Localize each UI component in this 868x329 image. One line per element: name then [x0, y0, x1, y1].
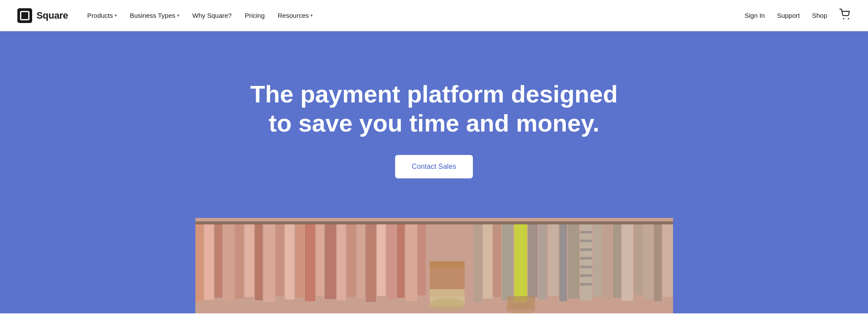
svg-rect-16	[305, 224, 315, 301]
clothing-rack-svg	[195, 218, 673, 313]
svg-rect-55	[663, 224, 673, 297]
svg-rect-13	[276, 224, 284, 296]
products-chevron-icon: ▾	[115, 13, 117, 18]
navbar-right: Sign In Support Shop	[745, 9, 851, 23]
svg-rect-52	[634, 224, 643, 295]
svg-rect-40	[580, 224, 592, 300]
svg-rect-11	[255, 224, 263, 300]
svg-rect-15	[295, 224, 304, 298]
svg-rect-36	[538, 224, 547, 299]
svg-rect-12	[264, 224, 275, 302]
svg-rect-51	[622, 224, 633, 301]
svg-rect-30	[473, 224, 482, 302]
svg-rect-32	[493, 224, 501, 297]
svg-rect-42	[580, 240, 592, 242]
logo-text: Square	[36, 10, 68, 21]
svg-rect-47	[580, 283, 592, 286]
svg-rect-59	[507, 296, 535, 309]
svg-rect-33	[502, 224, 513, 300]
svg-rect-14	[285, 224, 294, 299]
svg-rect-17	[316, 224, 324, 296]
square-logo-icon	[17, 8, 32, 23]
hero-title: The payment platform designed to save yo…	[250, 79, 617, 138]
nav-business-types-label: Business Types	[130, 12, 175, 19]
svg-rect-43	[580, 248, 592, 251]
nav-links: Products ▾ Business Types ▾ Why Square? …	[82, 8, 318, 23]
svg-point-2	[843, 18, 845, 19]
svg-rect-26	[406, 224, 417, 301]
svg-rect-8	[223, 224, 234, 301]
svg-rect-48	[593, 224, 602, 297]
svg-rect-7	[215, 224, 222, 298]
svg-point-57	[430, 298, 465, 311]
svg-rect-27	[418, 224, 426, 296]
cart-icon[interactable]	[839, 9, 851, 23]
svg-rect-6	[204, 224, 214, 300]
svg-rect-54	[654, 224, 662, 301]
shop-link[interactable]: Shop	[812, 12, 827, 19]
nav-item-products[interactable]: Products ▾	[82, 8, 122, 23]
rack-bar	[195, 221, 673, 224]
business-types-chevron-icon: ▾	[177, 13, 179, 18]
svg-rect-44	[580, 257, 592, 260]
svg-rect-41	[580, 231, 592, 234]
svg-rect-20	[347, 224, 356, 297]
svg-rect-37	[548, 224, 558, 296]
svg-rect-23	[377, 224, 386, 296]
nav-item-why-square[interactable]: Why Square?	[187, 8, 237, 23]
nav-item-business-types[interactable]: Business Types ▾	[125, 8, 185, 23]
logo[interactable]: Square	[17, 8, 68, 23]
svg-rect-45	[580, 266, 592, 268]
svg-rect-53	[644, 224, 653, 299]
nav-why-square-label: Why Square?	[192, 12, 232, 19]
svg-rect-39	[568, 224, 579, 299]
nav-resources-label: Resources	[278, 12, 309, 19]
nav-products-label: Products	[87, 12, 113, 19]
svg-rect-46	[580, 274, 592, 277]
svg-rect-50	[613, 224, 621, 298]
svg-rect-9	[235, 224, 244, 299]
svg-rect-18	[325, 224, 336, 299]
support-link[interactable]: Support	[777, 12, 800, 19]
navbar: Square Products ▾ Business Types ▾ Why S…	[0, 0, 868, 31]
svg-rect-0	[17, 8, 32, 23]
nav-item-resources[interactable]: Resources ▾	[273, 8, 318, 23]
sign-in-link[interactable]: Sign In	[745, 12, 765, 19]
svg-rect-22	[366, 224, 376, 302]
hero-title-line1: The payment platform designed	[250, 80, 617, 108]
svg-rect-38	[559, 224, 567, 301]
svg-rect-31	[483, 224, 492, 299]
clothing-image	[195, 218, 673, 313]
contact-sales-button[interactable]: Contact Sales	[395, 155, 472, 178]
svg-rect-5	[195, 224, 203, 302]
svg-rect-19	[337, 224, 346, 300]
svg-rect-21	[357, 224, 365, 299]
svg-rect-49	[603, 224, 612, 300]
navbar-left: Square Products ▾ Business Types ▾ Why S…	[17, 8, 318, 23]
svg-point-3	[848, 18, 849, 19]
svg-rect-10	[244, 224, 254, 297]
nav-item-pricing[interactable]: Pricing	[240, 8, 270, 23]
resources-chevron-icon: ▾	[310, 13, 313, 18]
svg-rect-24	[386, 224, 396, 299]
svg-rect-35	[528, 224, 538, 298]
clothing-image-section	[0, 218, 868, 313]
hero-title-line2: to save you time and money.	[269, 109, 599, 137]
nav-pricing-label: Pricing	[245, 12, 265, 19]
svg-rect-34	[514, 224, 527, 302]
hero-section: The payment platform designed to save yo…	[0, 31, 868, 218]
svg-rect-25	[397, 224, 405, 298]
